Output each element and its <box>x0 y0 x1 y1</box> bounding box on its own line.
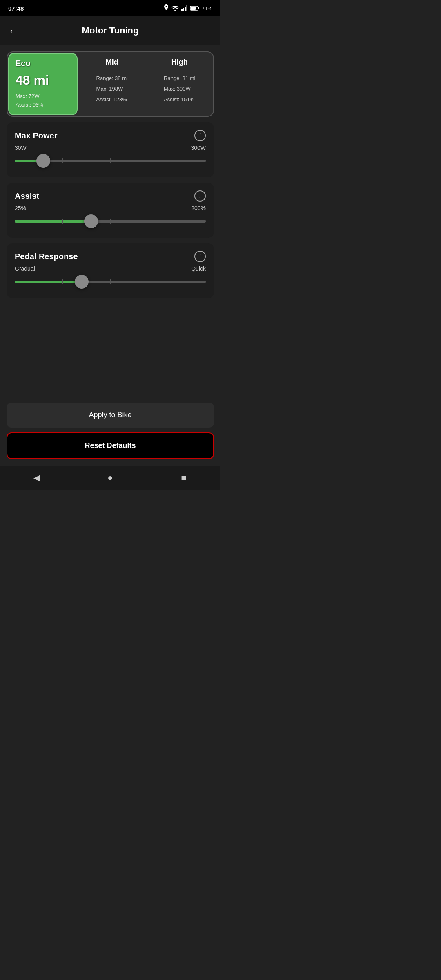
location-icon <box>163 4 169 12</box>
assist-fill <box>15 220 91 223</box>
max-power-thumb[interactable] <box>36 154 50 168</box>
max-power-header: Max Power i <box>15 130 206 141</box>
assist-title: Assist <box>15 192 39 201</box>
assist-slider[interactable] <box>15 214 206 229</box>
pedal-response-card: Pedal Response i Gradual Quick <box>7 243 214 298</box>
mid-mode[interactable]: Mid Range: 38 mi Max: 198W Assist: 123% <box>78 52 146 116</box>
assist-info-button[interactable]: i <box>194 190 206 202</box>
assist-range-labels: 25% 200% <box>15 205 206 212</box>
tick <box>110 279 111 284</box>
pedal-response-min-label: Gradual <box>15 265 35 272</box>
spacer <box>7 304 214 336</box>
max-power-title: Max Power <box>15 131 57 140</box>
max-power-min-label: 30W <box>15 145 27 151</box>
eco-mode[interactable]: Eco 48 mi Max: 72W Assist: 96% <box>8 53 78 115</box>
reset-defaults-button[interactable]: Reset Defaults <box>7 432 214 459</box>
max-power-track <box>15 160 206 162</box>
tick <box>62 158 63 163</box>
eco-range: 48 mi <box>16 73 70 88</box>
nav-home-button[interactable]: ● <box>102 470 118 486</box>
header: ← Motor Tuning <box>0 16 220 45</box>
svg-rect-0 <box>181 9 183 11</box>
nav-bar: ◀ ● ■ <box>0 466 220 490</box>
pedal-response-fill <box>15 281 82 283</box>
assist-max-label: 200% <box>191 205 206 212</box>
high-label: High <box>172 58 188 67</box>
tick <box>62 279 63 284</box>
mid-stats: Range: 38 mi Max: 198W Assist: 123% <box>96 73 128 105</box>
assist-card: Assist i 25% 200% <box>7 183 214 238</box>
pedal-response-max-label: Quick <box>191 265 206 272</box>
tick <box>110 158 111 163</box>
high-mode[interactable]: High Range: 31 mi Max: 300W Assist: 151% <box>146 52 214 116</box>
bottom-section: Apply to Bike Reset Defaults <box>0 399 220 459</box>
max-power-card: Max Power i 30W 300W <box>7 122 214 177</box>
high-stats: Range: 31 mi Max: 300W Assist: 151% <box>164 73 195 105</box>
max-power-max-label: 300W <box>191 145 206 151</box>
assist-track <box>15 220 206 223</box>
pedal-response-info-button[interactable]: i <box>194 251 206 262</box>
status-icons: 71% <box>163 4 212 12</box>
battery-percent: 71% <box>202 5 212 11</box>
assist-min-label: 25% <box>15 205 26 212</box>
apply-to-bike-button[interactable]: Apply to Bike <box>7 403 214 428</box>
page-title: Motor Tuning <box>82 25 139 36</box>
assist-thumb[interactable] <box>84 214 98 228</box>
signal-icon <box>181 5 188 11</box>
status-time: 07:48 <box>8 5 24 12</box>
battery-icon <box>190 6 199 11</box>
pedal-response-thumb[interactable] <box>75 275 89 289</box>
back-button[interactable]: ← <box>8 24 19 37</box>
max-power-info-button[interactable]: i <box>194 130 206 141</box>
eco-label: Eco <box>16 59 70 68</box>
svg-rect-6 <box>191 7 196 10</box>
nav-back-button[interactable]: ◀ <box>29 470 45 486</box>
mid-label: Mid <box>106 58 118 67</box>
tick <box>62 219 63 224</box>
other-modes: Mid Range: 38 mi Max: 198W Assist: 123% … <box>78 52 213 116</box>
main-content: Eco 48 mi Max: 72W Assist: 96% Mid Range… <box>0 45 220 399</box>
pedal-response-title: Pedal Response <box>15 252 78 261</box>
status-bar: 07:48 71% <box>0 0 220 16</box>
mode-selector: Eco 48 mi Max: 72W Assist: 96% Mid Range… <box>7 51 214 117</box>
tick <box>158 219 158 224</box>
eco-stats: Max: 72W Assist: 96% <box>16 92 70 109</box>
pedal-response-track <box>15 281 206 283</box>
pedal-response-header: Pedal Response i <box>15 251 206 262</box>
max-power-slider[interactable] <box>15 154 206 168</box>
tick <box>158 158 158 163</box>
max-power-range-labels: 30W 300W <box>15 145 206 151</box>
svg-rect-5 <box>198 7 199 9</box>
tick <box>110 219 111 224</box>
nav-recent-button[interactable]: ■ <box>176 470 192 486</box>
svg-rect-2 <box>185 7 186 11</box>
tick <box>158 279 158 284</box>
pedal-response-slider[interactable] <box>15 274 206 289</box>
assist-header: Assist i <box>15 190 206 202</box>
wifi-icon <box>172 5 179 11</box>
svg-rect-1 <box>183 8 184 11</box>
svg-rect-3 <box>186 5 187 11</box>
pedal-response-range-labels: Gradual Quick <box>15 265 206 272</box>
